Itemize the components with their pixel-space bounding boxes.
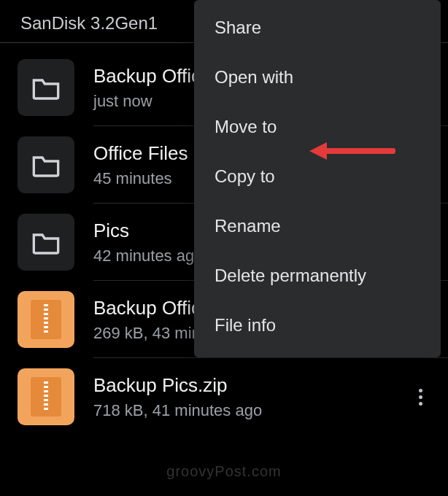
zip-icon: [18, 368, 74, 425]
folder-icon: [18, 59, 74, 116]
menu-item-open-with[interactable]: Open with: [194, 53, 441, 102]
file-subtitle: 45 minutes: [93, 169, 188, 188]
file-name: Backup Pics.zip: [93, 374, 262, 397]
more-options-button[interactable]: [406, 382, 435, 411]
folder-icon: [18, 136, 74, 193]
menu-item-rename[interactable]: Rename: [194, 201, 441, 251]
menu-item-share[interactable]: Share: [194, 3, 441, 53]
menu-item-copy-to[interactable]: Copy to: [194, 152, 441, 201]
watermark: groovyPost.com: [166, 463, 281, 480]
file-name: Office Files: [93, 142, 188, 165]
menu-item-delete-permanently[interactable]: Delete permanently: [194, 251, 441, 301]
file-subtitle: 42 minutes ago: [93, 247, 203, 266]
file-name: Pics: [93, 220, 203, 242]
file-subtitle: 718 kB, 41 minutes ago: [93, 401, 262, 420]
menu-item-file-info[interactable]: File info: [194, 301, 441, 350]
folder-icon: [18, 214, 74, 271]
menu-item-move-to[interactable]: Move to: [194, 102, 441, 152]
file-row-zip[interactable]: Backup Pics.zip 718 kB, 41 minutes ago: [0, 358, 448, 435]
context-menu: Share Open with Move to Copy to Rename D…: [194, 0, 441, 357]
vertical-dots-icon: [419, 389, 422, 406]
zip-icon: [18, 291, 74, 348]
